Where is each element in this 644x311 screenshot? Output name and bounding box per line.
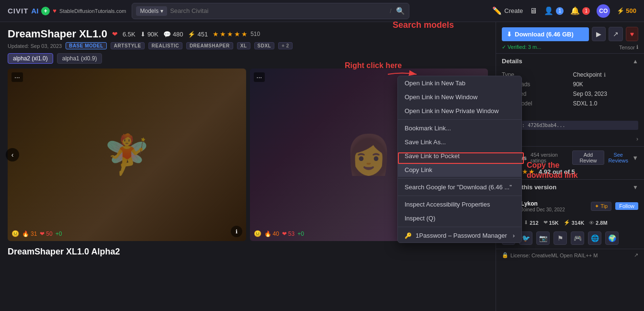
star-5: ★ — [241, 30, 248, 38]
play-button[interactable]: ▶ — [592, 27, 606, 41]
bolts-stat: ⚡ 451 — [188, 31, 208, 38]
bolts-value: 451 — [197, 31, 208, 38]
ctx-divider-4 — [398, 227, 521, 227]
ctx-1password-arrow-icon: › — [513, 232, 515, 239]
logo: CIVITAI + ♥ StableDiffusionTutorials.com — [8, 7, 126, 15]
downloads-stat: ⬇ 90K — [140, 31, 158, 38]
ctx-search-google[interactable]: Search Google for "Download (6.46 ..." — [398, 180, 521, 194]
author-downloads-val: 212 — [530, 220, 538, 226]
author-stat-bolts: ⚡ 314K — [564, 219, 584, 226]
author-name: Lykon — [521, 200, 587, 207]
ctx-save-pocket-label: Save Link to Pocket — [405, 152, 460, 160]
likes-heart-icon: ❤ — [112, 30, 118, 38]
follow-button[interactable]: Follow — [615, 202, 638, 210]
favorite-button[interactable]: ♥ — [626, 27, 638, 41]
model-title: DreamShaper XL1.0 — [8, 28, 107, 40]
ctx-1password[interactable]: 🔑 1Password – Password Manager › — [398, 229, 521, 242]
search-input[interactable] — [170, 7, 385, 14]
author-joined: Joined Dec 30, 2022 — [521, 207, 587, 212]
image-1-more-button[interactable]: ··· — [11, 72, 23, 82]
star-3: ★ — [227, 30, 233, 38]
1password-icon: 🔑 — [405, 232, 412, 239]
ctx-open-private-label: Open Link in New Private Window — [405, 107, 499, 115]
model-title-row: DreamShaper XL1.0 ❤ 6.5K ⬇ 90K 💬 480 ⚡ 4… — [8, 28, 488, 40]
rating-stars: ★ ★ ★ ★ ★ 510 — [213, 30, 260, 38]
license-expand-icon: ↗ — [634, 252, 638, 258]
search-type-dropdown[interactable]: Models ▾ — [136, 6, 167, 16]
ctx-inspect[interactable]: Inspect (Q) — [398, 211, 521, 225]
type-value: Checkpoint ℹ — [573, 71, 639, 78]
license-row: 🔒 License: CreativeML Open RAIL++ M ↗ — [496, 249, 644, 261]
create-label: Create — [504, 7, 523, 14]
ctx-open-new-window[interactable]: Open Link in New Window — [398, 90, 521, 104]
social-globe2-button[interactable]: 🌍 — [605, 231, 619, 245]
tag-dreamshaper[interactable]: DREAMSHAPER — [186, 42, 233, 49]
download-button[interactable]: ⬇ Download (6.46 GB) — [502, 27, 589, 41]
image-2-more-button[interactable]: ··· — [254, 72, 265, 82]
details-header[interactable]: Details ▲ — [496, 54, 644, 69]
bolt-stat-icon2: ⚡ — [564, 219, 570, 226]
base-model-value: SDXL 1.0 — [573, 100, 639, 107]
context-menu: Open Link in New Tab Open Link in New Wi… — [397, 76, 522, 243]
tensor-link[interactable]: Tensor ℹ — [619, 44, 638, 50]
logo-site-label: StableDiffusionTutorials.com — [59, 8, 126, 14]
gallery-prev-button[interactable]: ‹ — [6, 148, 19, 161]
comments-value: 480 — [173, 31, 183, 38]
ctx-divider-1 — [398, 119, 521, 120]
ctx-open-private[interactable]: Open Link in New Private Window — [398, 104, 521, 118]
reviews-expand-icon: ▼ — [632, 154, 638, 161]
ctx-inspect-a11y[interactable]: Inspect Accessibility Properties — [398, 197, 521, 211]
rating-row: ★ ★ ★ ★ ★ 4.92 out of 5 — [502, 168, 638, 175]
image-1-info-button[interactable]: ℹ — [231, 226, 242, 237]
tag-base-model[interactable]: BASE MODEL — [66, 42, 107, 49]
ctx-open-new-tab-label: Open Link in New Tab — [405, 80, 465, 87]
search-submit-button[interactable]: 🔍 — [396, 7, 405, 15]
gallery-image-1[interactable]: 🧚 😐 🔥 31 ❤ 50 +0 ··· ℹ — [8, 69, 246, 241]
see-reviews-button[interactable]: See Reviews — [604, 152, 632, 163]
profile-button[interactable]: 👤 1 — [544, 6, 564, 15]
author-stat-likes: ❤ 15K — [543, 219, 559, 226]
ctx-open-new-window-label: Open Link in New Window — [405, 93, 477, 101]
downloads-detail-value: 90K — [573, 81, 639, 88]
verified-label: Verified: 3 m... — [508, 44, 541, 50]
avatar[interactable]: CO — [597, 4, 610, 18]
ctx-inspect-label: Inspect (Q) — [405, 215, 435, 222]
download-arrow-icon: ⬇ — [507, 31, 512, 38]
comment-icon: 💬 — [163, 31, 171, 38]
tag-realistic[interactable]: REALISTIC — [148, 42, 182, 49]
rating-count: 510 — [250, 31, 260, 37]
add-review-button[interactable]: Add Review — [572, 150, 605, 165]
heart-stat-icon: ❤ — [543, 219, 548, 226]
rev-star-5: ★ — [529, 168, 535, 175]
reviews-header: Reviews 454 version ratings Add Review S… — [502, 150, 638, 165]
image-1-emoji: 😐 — [11, 230, 19, 237]
notifications-button[interactable]: 🔔 1 — [570, 6, 590, 15]
social-flag-button[interactable]: ⚑ — [554, 231, 567, 245]
social-game-button[interactable]: 🎮 — [571, 231, 584, 245]
tag-xl[interactable]: XL — [237, 42, 250, 49]
social-camera-button[interactable]: 📷 — [536, 231, 550, 245]
ctx-save-pocket[interactable]: Save Link to Pocket — [398, 149, 521, 163]
tag-sdxl[interactable]: SDXL — [254, 42, 275, 49]
type-info-icon: ℹ — [604, 72, 606, 78]
ctx-open-new-tab[interactable]: Open Link in New Tab — [398, 76, 521, 90]
create-button[interactable]: ✏️ Create — [492, 6, 523, 15]
reviews-count: 454 version ratings — [531, 152, 568, 163]
tag-artstyle[interactable]: ARTSTYLE — [111, 42, 145, 49]
ctx-divider-3 — [398, 196, 521, 196]
version-tab-alpha1[interactable]: alpha1 (xl0.9) — [57, 53, 102, 64]
version-tab-alpha2[interactable]: alpha2 (xl1.0) — [8, 53, 53, 64]
ctx-bookmark[interactable]: Bookmark Link... — [398, 121, 521, 135]
logo-ai-text: AI — [31, 7, 38, 15]
tip-button[interactable]: ✦ Tip — [591, 202, 611, 211]
bolt-stat-icon: ⚡ — [188, 31, 195, 38]
ctx-save-as[interactable]: Save Link As... — [398, 135, 521, 149]
tv-button[interactable]: 🖥 — [530, 7, 537, 15]
tag-more[interactable]: + 2 — [278, 42, 293, 49]
social-globe1-button[interactable]: 🌐 — [588, 231, 601, 245]
uploaded-value: Sep 03, 2023 — [573, 91, 639, 97]
ctx-copy-link[interactable]: Copy Link — [398, 163, 521, 177]
header-actions: ✏️ Create 🖥 👤 1 🔔 1 CO ⚡ 500 — [492, 4, 636, 18]
lock-icon: 🔒 — [502, 252, 508, 258]
share-button[interactable]: ↗ — [609, 27, 623, 41]
